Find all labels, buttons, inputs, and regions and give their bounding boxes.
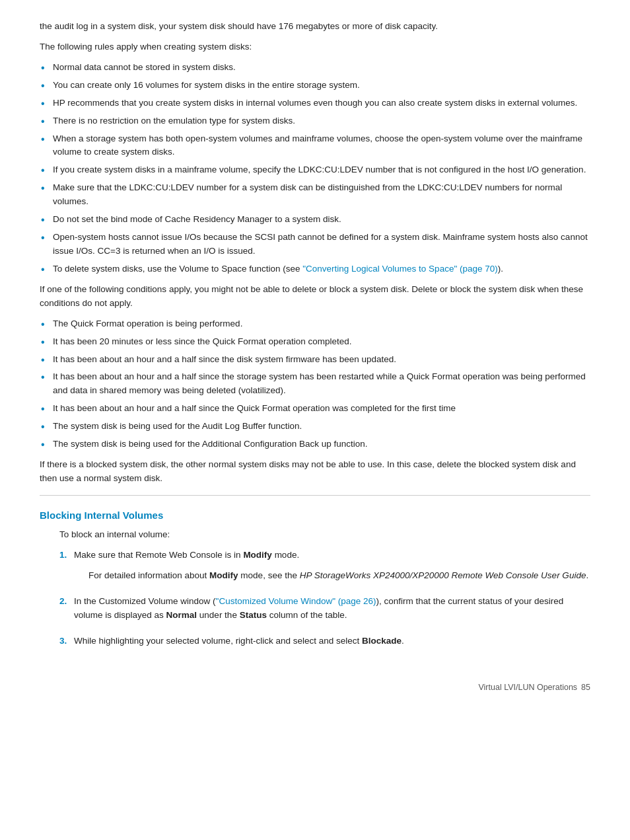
step-number: 3.	[59, 634, 74, 648]
list-item: Make sure that the LDKC:CU:LDEV number f…	[40, 181, 590, 209]
section-body: To block an internal volume: 1. Make sur…	[40, 528, 590, 655]
section-divider	[40, 495, 590, 496]
list-item: It has been about an hour and a half sin…	[40, 402, 590, 416]
step-1-sub: For detailed information about Modify mo…	[74, 569, 590, 583]
list-item: To delete system disks, use the Volume t…	[40, 262, 590, 276]
list-item: If you create system disks in a mainfram…	[40, 163, 590, 177]
step-number: 1.	[59, 549, 74, 562]
intro-para-2: The following rules apply when creating …	[40, 40, 590, 54]
list-item: The system disk is being used for the Ad…	[40, 438, 590, 451]
blocked-note: If there is a blocked system disk, the o…	[40, 458, 590, 486]
list-item: It has been 20 minutes or less since the…	[40, 335, 590, 349]
list-item: It has been about an hour and a half sin…	[40, 370, 590, 398]
list-item: Do not set the bind mode of Cache Reside…	[40, 213, 590, 227]
section-intro: To block an internal volume:	[59, 528, 590, 542]
list-item: You can create only 16 volumes for syste…	[40, 79, 590, 93]
list-item: The system disk is being used for the Au…	[40, 420, 590, 434]
conditions-list: The Quick Format operation is being perf…	[40, 317, 590, 451]
list-item: HP recommends that you create system dis…	[40, 96, 590, 110]
list-item: There is no restriction on the emulation…	[40, 114, 590, 128]
steps-list: 1. Make sure that Remote Web Console is …	[59, 549, 590, 655]
blocking-internal-volumes-heading: Blocking Internal Volumes	[40, 508, 590, 523]
list-item: Open-system hosts cannot issue I/Os beca…	[40, 231, 590, 258]
footer-text: Virtual LVI/LUN Operations 85	[478, 681, 590, 694]
list-item: The Quick Format operation is being perf…	[40, 317, 590, 331]
rules-list: Normal data cannot be stored in system d…	[40, 61, 590, 276]
list-item: It has been about an hour and a half sin…	[40, 353, 590, 367]
step-number: 2.	[59, 595, 74, 609]
step-1-main: Make sure that Remote Web Console is in …	[74, 549, 590, 562]
step-3: 3. While highlighting your selected volu…	[59, 634, 590, 655]
step-3-main: While highlighting your selected volume,…	[74, 634, 590, 648]
list-item: When a storage system has both open-syst…	[40, 132, 590, 160]
footer-section: Virtual LVI/LUN Operations	[478, 681, 577, 694]
conditions-intro: If one of the following conditions apply…	[40, 283, 590, 311]
converting-volumes-link[interactable]: "Converting Logical Volumes to Space" (p…	[302, 264, 498, 274]
step-2: 2. In the Customized Volume window ("Cus…	[59, 595, 590, 629]
footer-page: 85	[581, 681, 590, 694]
intro-para-1: the audit log in a system disk, your sys…	[40, 20, 590, 34]
page-footer: Virtual LVI/LUN Operations 85	[40, 681, 590, 694]
list-item: Normal data cannot be stored in system d…	[40, 61, 590, 75]
step-content: Make sure that Remote Web Console is in …	[74, 549, 590, 590]
customized-volume-link[interactable]: "Customized Volume Window" (page 26)	[216, 596, 376, 606]
page-content: the audit log in a system disk, your sys…	[40, 20, 590, 694]
step-2-main: In the Customized Volume window ("Custom…	[74, 595, 590, 623]
step-content: While highlighting your selected volume,…	[74, 634, 590, 655]
step-1: 1. Make sure that Remote Web Console is …	[59, 549, 590, 590]
step-content: In the Customized Volume window ("Custom…	[74, 595, 590, 629]
